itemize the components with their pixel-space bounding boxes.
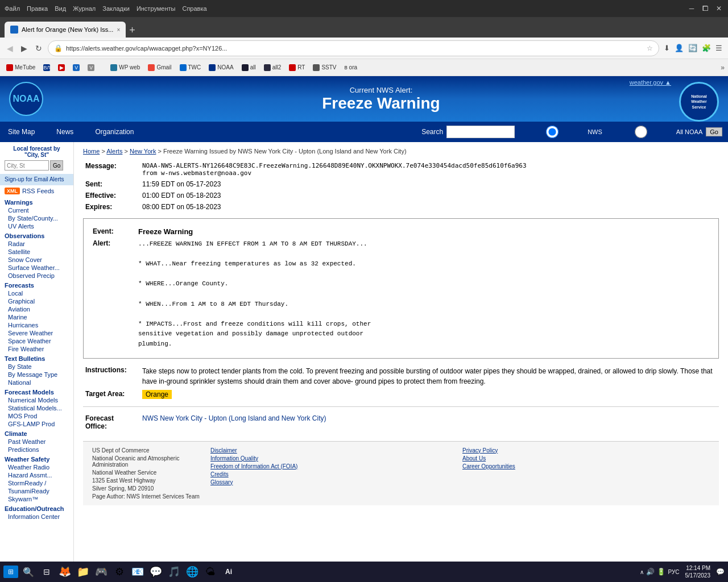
bookmark-v1[interactable]: V bbox=[70, 63, 82, 72]
minimize-button[interactable]: ─ bbox=[687, 5, 696, 13]
sidebar-link-tsunamiready[interactable]: TsunamiReady bbox=[0, 487, 73, 495]
nws-search-input[interactable] bbox=[446, 126, 515, 138]
maximize-button[interactable]: ⧠ bbox=[701, 5, 710, 13]
sidebar-link-mos-prod[interactable]: MOS Prod bbox=[0, 412, 73, 420]
new-tab-button[interactable]: + bbox=[129, 24, 135, 36]
bookmark-gmail[interactable]: Gmail bbox=[145, 63, 174, 72]
sidebar-link-skywarn[interactable]: Skywarn™ bbox=[0, 495, 73, 503]
sidebar-link-numerical-models[interactable]: Numerical Models bbox=[0, 396, 73, 404]
sidebar-link-fire-weather[interactable]: Fire Weather bbox=[0, 345, 73, 353]
sidebar-link-aviation[interactable]: Aviation bbox=[0, 305, 73, 313]
bookmark-noaa[interactable]: NOAA bbox=[206, 63, 236, 72]
menu-history[interactable]: Журнал bbox=[73, 5, 96, 12]
footer-privacy-link[interactable]: Privacy Policy bbox=[462, 447, 710, 454]
address-bar[interactable]: 🔒 ☆ bbox=[48, 40, 659, 56]
account-icon[interactable]: 👤 bbox=[673, 43, 685, 53]
menu-edit[interactable]: Правка bbox=[27, 5, 48, 12]
sidebar-link-past-weather[interactable]: Past Weather bbox=[0, 438, 73, 446]
rss-feeds-link[interactable]: RSS Feeds bbox=[22, 188, 54, 194]
radio-nws-label[interactable]: NWS bbox=[518, 126, 602, 138]
bookmark-wp[interactable]: WP web bbox=[107, 63, 143, 72]
bookmark-apps[interactable] bbox=[100, 66, 105, 69]
menu-icon[interactable]: ☰ bbox=[714, 43, 723, 53]
bookmark-all[interactable]: all bbox=[239, 63, 259, 72]
city-state-input[interactable] bbox=[5, 160, 49, 171]
sidebar-link-gfs-lamp[interactable]: GFS-LAMP Prod bbox=[0, 420, 73, 428]
sidebar-link-weather-radio[interactable]: Weather Radio bbox=[0, 463, 73, 471]
menu-file[interactable]: Файл bbox=[5, 5, 20, 12]
radio-nws[interactable] bbox=[518, 126, 586, 138]
footer-credits-link[interactable]: Credits bbox=[210, 471, 458, 477]
sidebar-link-information-center[interactable]: Information Center bbox=[0, 513, 73, 521]
sidebar-link-observed-precip[interactable]: Observed Precip bbox=[0, 272, 73, 280]
sidebar-link-satellite[interactable]: Satellite bbox=[0, 248, 73, 256]
url-input[interactable] bbox=[66, 45, 643, 52]
sidebar-link-local[interactable]: Local bbox=[0, 289, 73, 297]
bookmark-voga[interactable]: в ога bbox=[342, 63, 361, 72]
footer-disclaimer-link[interactable]: Disclaimer bbox=[210, 447, 458, 454]
sidebar-link-current[interactable]: Current bbox=[0, 206, 73, 214]
menu-help[interactable]: Справка bbox=[182, 5, 206, 12]
sidebar-link-predictions[interactable]: Predictions bbox=[0, 446, 73, 454]
sidebar-link-surface-weather[interactable]: Surface Weather... bbox=[0, 264, 73, 272]
sidebar-link-uv-alerts[interactable]: UV Alerts bbox=[0, 222, 73, 230]
nws-website: NOAA Current NWS Alert: Freeze Warning w… bbox=[0, 76, 728, 562]
bookmarks-bar: MeTube ВЛ ▶ V V WP web Gmail TWC NOAA al… bbox=[0, 59, 728, 76]
footer-foia-link[interactable]: Freedom of Information Act (FOIA) bbox=[210, 463, 458, 469]
bookmark-metube[interactable]: MeTube bbox=[3, 63, 38, 72]
active-tab[interactable]: Alert for Orange (New York) Iss... × bbox=[5, 22, 126, 38]
sidebar-link-stormready[interactable]: StormReady / bbox=[0, 479, 73, 487]
nav-news[interactable]: News bbox=[54, 124, 76, 139]
bookmark-all2[interactable]: all2 bbox=[261, 63, 284, 72]
footer-glossary-link[interactable]: Glossary bbox=[210, 479, 458, 485]
sidebar-link-by-message-type[interactable]: By Message Type bbox=[0, 371, 73, 379]
signup-email-alerts[interactable]: Sign-up for Email Alerts bbox=[0, 174, 73, 185]
reload-button[interactable]: ↻ bbox=[33, 43, 44, 54]
menu-view[interactable]: Вид bbox=[55, 5, 66, 12]
expires-value: 08:00 EDT on 05-18-2023 bbox=[140, 201, 719, 213]
breadcrumb-alerts[interactable]: Alerts bbox=[106, 148, 122, 155]
sidebar-link-radar[interactable]: Radar bbox=[0, 240, 73, 248]
sidebar-link-graphical[interactable]: Graphical bbox=[0, 297, 73, 305]
menu-tools[interactable]: Инструменты bbox=[136, 5, 176, 12]
sidebar-link-marine[interactable]: Marine bbox=[0, 313, 73, 321]
breadcrumb-new-york[interactable]: New York bbox=[130, 148, 156, 155]
sidebar-link-by-state[interactable]: By State bbox=[0, 363, 73, 371]
sidebar-link-hurricanes[interactable]: Hurricanes bbox=[0, 321, 73, 329]
bookmark-vl[interactable]: ВЛ bbox=[40, 63, 53, 72]
bookmark-star-icon[interactable]: ☆ bbox=[647, 44, 653, 52]
v1-favicon: V bbox=[73, 64, 80, 71]
search-go-button[interactable]: Go bbox=[706, 127, 722, 136]
radio-allnoaa[interactable] bbox=[607, 126, 675, 138]
forward-button[interactable]: ▶ bbox=[19, 43, 30, 54]
tab-close-button[interactable]: × bbox=[117, 27, 120, 33]
footer-about-link[interactable]: About Us bbox=[462, 455, 710, 462]
footer-careers-link[interactable]: Career Opportunities bbox=[462, 463, 710, 469]
sidebar-link-hazard-assmt[interactable]: Hazard Assmt... bbox=[0, 471, 73, 479]
sidebar-link-national[interactable]: National bbox=[0, 379, 73, 386]
footer-info-quality-link[interactable]: Information Quality bbox=[210, 455, 458, 462]
sidebar-link-space-weather[interactable]: Space Weather bbox=[0, 337, 73, 345]
sidebar-link-severe-weather[interactable]: Severe Weather bbox=[0, 329, 73, 337]
sidebar-link-snow-cover[interactable]: Snow Cover bbox=[0, 256, 73, 264]
radio-allnoaa-label[interactable]: All NOAA bbox=[607, 126, 702, 138]
sidebar-link-by-state-county[interactable]: By State/County... bbox=[0, 214, 73, 222]
nav-site-map[interactable]: Site Map bbox=[6, 124, 37, 139]
nav-organization[interactable]: Organization bbox=[93, 124, 136, 139]
bookmark-rt[interactable]: RT bbox=[286, 63, 308, 72]
sidebar-link-statistical-models[interactable]: Statistical Models... bbox=[0, 404, 73, 412]
bookmark-youtube[interactable]: ▶ bbox=[55, 63, 68, 72]
menu-bookmarks[interactable]: Закладки bbox=[102, 5, 130, 12]
bookmark-v2[interactable]: V bbox=[85, 63, 97, 72]
bookmark-twc[interactable]: TWC bbox=[177, 63, 204, 72]
weather-gov-link[interactable]: weather.gov ▲ bbox=[630, 79, 671, 86]
close-button[interactable]: ✕ bbox=[714, 5, 723, 13]
bookmark-sstv[interactable]: SSTV bbox=[310, 63, 339, 72]
bookmarks-more-button[interactable]: » bbox=[721, 64, 725, 72]
back-button[interactable]: ◀ bbox=[5, 43, 15, 54]
local-go-button[interactable]: Go bbox=[50, 160, 63, 171]
extensions-icon[interactable]: 🧩 bbox=[701, 43, 712, 53]
sync-icon[interactable]: 🔄 bbox=[687, 43, 698, 53]
breadcrumb-home[interactable]: Home bbox=[83, 148, 100, 155]
downloads-icon[interactable]: ⬇ bbox=[663, 43, 671, 53]
